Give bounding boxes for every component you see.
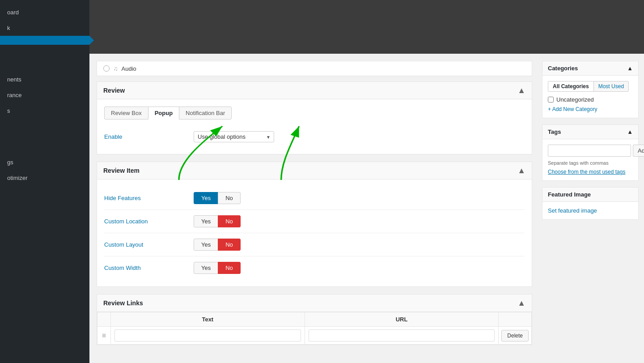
links-col-delete (499, 312, 532, 327)
review-item-panel: Review Item ▲ Hide Features Yes No Cu (97, 162, 532, 287)
tags-panel-title: Tags (548, 128, 561, 135)
featured-image-panel: Featured Image Set featured image (542, 187, 639, 220)
tab-popup[interactable]: Popup (148, 107, 179, 120)
sidebar-item-optimizer[interactable]: otimizer (0, 170, 89, 186)
cat-tab-most-used[interactable]: Most Used (593, 81, 629, 92)
tags-input[interactable] (548, 145, 631, 157)
links-col-drag (97, 312, 111, 327)
enable-select-wrap: Use global options Yes No ▼ (194, 131, 274, 142)
most-used-tags-link[interactable]: Choose from the most used tags (548, 169, 625, 175)
review-links-table: Text URL ≡ (97, 312, 532, 345)
category-label-uncategorized: Uncategorized (556, 96, 594, 103)
sidebar-item-rance[interactable]: rance (0, 87, 89, 103)
enable-select[interactable]: Use global options Yes No (194, 131, 274, 142)
audio-radio[interactable] (103, 65, 110, 72)
set-featured-image-link[interactable]: Set featured image (548, 207, 597, 214)
sidebar-item-s[interactable]: s (0, 103, 89, 119)
review-panel-collapse-btn[interactable]: ▲ (517, 86, 525, 94)
sidebar-item-nents[interactable]: nents (0, 72, 89, 87)
links-col-text: Text (111, 312, 305, 327)
categories-panel-title: Categories (548, 65, 578, 72)
categories-panel-collapse[interactable]: ▲ (627, 65, 633, 72)
add-tag-btn[interactable]: Add (633, 145, 644, 157)
hide-features-no-btn[interactable]: No (218, 192, 241, 204)
custom-location-toggle: Yes No (194, 215, 241, 227)
custom-location-no-btn[interactable]: No (218, 215, 241, 227)
link-url-input[interactable] (309, 329, 495, 342)
review-panel-body: Review Box Popup Notification Bar Enable… (97, 99, 532, 154)
cat-tab-all[interactable]: All Categories (548, 81, 594, 92)
category-checkbox-uncategorized[interactable] (548, 97, 554, 102)
review-links-panel-title: Review Links (103, 299, 143, 307)
sidebar-item-gs[interactable]: gs (0, 154, 89, 170)
review-item-panel-header: Review Item ▲ (97, 162, 532, 179)
delete-link-btn[interactable]: Delete (501, 330, 529, 342)
audio-music-icon: ♫ (113, 65, 118, 72)
dark-top-bar (0, 0, 644, 54)
review-item-panel-collapse-btn[interactable]: ▲ (517, 167, 525, 175)
add-new-category-link[interactable]: + Add New Category (548, 106, 597, 112)
dark-sidebar-bg: oard k nents rance s gs otimizer (0, 0, 89, 363)
enable-row: Enable Use global options Yes No ▼ (104, 127, 525, 147)
main-content-area: ♫ Audio Review ▲ Review Box Popup Notifi… (89, 54, 644, 363)
custom-width-toggle: Yes No (194, 262, 241, 274)
hide-features-toggle: Yes No (194, 192, 241, 204)
review-links-panel-header: Review Links ▲ (97, 295, 532, 312)
links-col-url: URL (305, 312, 499, 327)
custom-layout-row: Custom Layout Yes No (104, 233, 525, 256)
tags-hint: Separate tags with commas (548, 160, 633, 166)
tags-panel-collapse[interactable]: ▲ (627, 128, 633, 135)
categories-panel: Categories ▲ All Categories Most Used Un… (542, 61, 639, 118)
audio-row: ♫ Audio (97, 61, 532, 76)
custom-layout-yes-btn[interactable]: Yes (194, 239, 218, 251)
custom-location-yes-btn[interactable]: Yes (194, 215, 218, 227)
review-links-panel-body: Text URL ≡ (97, 312, 532, 345)
category-item-uncategorized: Uncategorized (548, 96, 633, 103)
categories-panel-header: Categories ▲ (542, 61, 638, 76)
featured-image-panel-body: Set featured image (542, 202, 638, 219)
sidebar-item-k[interactable]: k (0, 20, 89, 36)
custom-width-yes-btn[interactable]: Yes (194, 262, 218, 274)
custom-layout-label: Custom Layout (104, 241, 194, 248)
drag-handle-icon[interactable]: ≡ (100, 332, 108, 339)
custom-location-row: Custom Location Yes No (104, 209, 525, 233)
custom-width-row: Custom Width Yes No (104, 256, 525, 279)
sidebar-item-board[interactable]: oard (0, 4, 89, 20)
tags-panel: Tags ▲ Add Separate tags with commas Cho… (542, 124, 639, 181)
featured-image-panel-header: Featured Image (542, 188, 638, 202)
review-panel: Review ▲ Review Box Popup Notification B… (97, 81, 532, 154)
review-links-panel: Review Links ▲ Text URL (97, 294, 532, 345)
sidebar-item-active[interactable] (0, 36, 89, 45)
custom-layout-no-btn[interactable]: No (218, 239, 241, 251)
featured-image-panel-title: Featured Image (548, 191, 591, 198)
review-item-panel-title: Review Item (103, 167, 140, 174)
hide-features-label: Hide Features (104, 195, 194, 201)
tags-panel-body: Add Separate tags with commas Choose fro… (542, 139, 638, 180)
review-panel-header: Review ▲ (97, 82, 532, 99)
table-row: ≡ Delete (97, 327, 532, 345)
tags-panel-header: Tags ▲ (542, 125, 638, 139)
categories-tab-bar: All Categories Most Used (548, 81, 633, 92)
hide-features-row: Hide Features Yes No (104, 187, 525, 209)
categories-panel-body: All Categories Most Used Uncategorized +… (542, 76, 638, 118)
custom-location-label: Custom Location (104, 218, 194, 225)
tab-review-box[interactable]: Review Box (104, 107, 148, 120)
link-text-input[interactable] (114, 329, 301, 342)
review-links-panel-collapse-btn[interactable]: ▲ (517, 299, 525, 307)
review-panel-title: Review (103, 87, 125, 94)
custom-width-no-btn[interactable]: No (218, 262, 241, 274)
hide-features-yes-btn[interactable]: Yes (194, 192, 218, 204)
enable-label: Enable (104, 133, 194, 140)
right-sidebar: Categories ▲ All Categories Most Used Un… (537, 54, 644, 363)
review-item-panel-body: Hide Features Yes No Custom Location Yes… (97, 179, 532, 286)
audio-label: Audio (122, 65, 136, 72)
tab-notification-bar[interactable]: Notification Bar (179, 107, 232, 120)
tags-input-row: Add (548, 145, 633, 157)
custom-layout-toggle: Yes No (194, 239, 241, 251)
review-tab-bar: Review Box Popup Notification Bar (104, 107, 525, 120)
custom-width-label: Custom Width (104, 265, 194, 271)
